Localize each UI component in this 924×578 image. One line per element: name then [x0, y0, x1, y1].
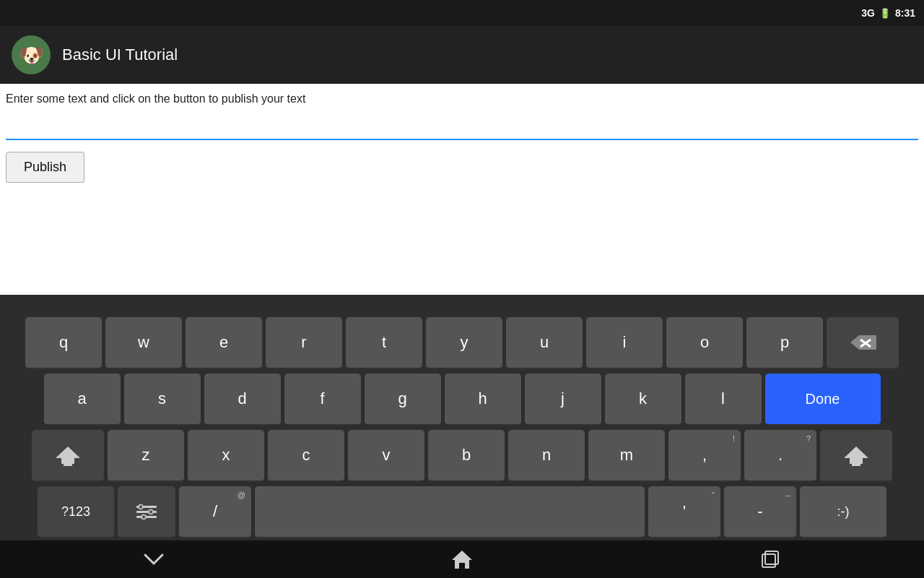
clock: 8:31 — [895, 7, 915, 19]
key-space[interactable] — [255, 486, 645, 538]
key-t[interactable]: t — [346, 317, 422, 369]
key-done[interactable]: Done — [765, 374, 881, 426]
svg-rect-15 — [765, 551, 778, 564]
app-title: Basic UI Tutorial — [62, 46, 178, 64]
key-num[interactable]: ?123 — [38, 486, 114, 538]
key-smiley[interactable]: :-) — [800, 486, 886, 538]
key-m[interactable]: m — [588, 430, 665, 482]
key-j[interactable]: j — [525, 374, 601, 426]
text-input[interactable] — [6, 111, 918, 140]
svg-rect-9 — [136, 516, 157, 518]
key-p[interactable]: p — [746, 317, 823, 369]
key-h[interactable]: h — [445, 374, 521, 426]
key-shift-left[interactable] — [32, 430, 104, 482]
keyboard-row-4: ?123 / @ ' " - – :-) — [0, 484, 924, 540]
key-a[interactable]: a — [44, 374, 121, 426]
key-u[interactable]: u — [506, 317, 583, 369]
svg-point-11 — [149, 510, 153, 514]
key-s[interactable]: s — [124, 374, 201, 426]
key-r[interactable]: r — [266, 317, 342, 369]
keyboard-top-bar — [0, 295, 924, 315]
key-f[interactable]: f — [284, 374, 361, 426]
key-y[interactable]: y — [426, 317, 502, 369]
key-w[interactable]: w — [105, 317, 182, 369]
nav-recents-button[interactable] — [749, 545, 792, 574]
keyboard: q w e r t y u i o p a s d f g h j k l Do… — [0, 295, 924, 578]
svg-marker-5 — [844, 447, 868, 464]
key-dash[interactable]: - – — [724, 486, 796, 538]
key-k[interactable]: k — [605, 374, 681, 426]
status-bar: 3G 🔋 8:31 — [0, 0, 924, 26]
keyboard-row-3: z x c v b n m , ! . ? — [0, 428, 924, 484]
svg-rect-14 — [762, 554, 775, 567]
key-o[interactable]: o — [666, 317, 743, 369]
key-z[interactable]: z — [108, 430, 184, 482]
key-l[interactable]: l — [685, 374, 762, 426]
key-v[interactable]: v — [348, 430, 424, 482]
keyboard-row-2: a s d f g h j k l Done — [0, 371, 924, 428]
publish-button[interactable]: Publish — [6, 152, 84, 183]
svg-marker-3 — [56, 447, 80, 464]
avatar: 🐶 — [12, 35, 51, 74]
key-i[interactable]: i — [586, 317, 663, 369]
key-b[interactable]: b — [428, 430, 505, 482]
key-comma[interactable]: , ! — [668, 430, 741, 482]
instruction-text: Enter some text and click on the button … — [6, 92, 918, 105]
key-backspace[interactable] — [827, 317, 899, 369]
svg-point-10 — [139, 505, 143, 509]
nav-back-button[interactable] — [132, 545, 175, 574]
content-area: Enter some text and click on the button … — [0, 84, 924, 189]
svg-rect-6 — [852, 464, 860, 466]
key-x[interactable]: x — [188, 430, 264, 482]
key-apostrophe[interactable]: ' " — [648, 486, 720, 538]
key-q[interactable]: q — [25, 317, 102, 369]
svg-point-12 — [141, 515, 146, 519]
signal-indicator: 3G — [861, 7, 875, 19]
key-n[interactable]: n — [508, 430, 585, 482]
svg-marker-13 — [452, 551, 472, 569]
key-slash[interactable]: / @ — [179, 486, 251, 538]
keyboard-row-1: q w e r t y u i o p — [0, 315, 924, 371]
key-g[interactable]: g — [365, 374, 441, 426]
app-bar: 🐶 Basic UI Tutorial — [0, 26, 924, 84]
svg-rect-8 — [136, 511, 157, 513]
key-c[interactable]: c — [268, 430, 344, 482]
key-e[interactable]: e — [186, 317, 262, 369]
key-period[interactable]: . ? — [744, 430, 816, 482]
nav-home-button[interactable] — [440, 545, 484, 574]
avatar-image: 🐶 — [19, 43, 44, 67]
battery-icon: 🔋 — [879, 8, 891, 19]
svg-rect-4 — [64, 464, 72, 466]
key-d[interactable]: d — [204, 374, 281, 426]
key-shift-right[interactable] — [820, 430, 892, 482]
key-settings[interactable] — [118, 486, 175, 538]
nav-bar — [0, 540, 924, 578]
